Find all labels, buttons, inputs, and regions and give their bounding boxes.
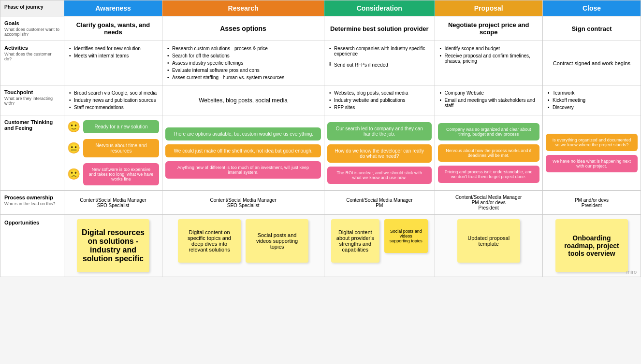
thinking-row-header: Customer Thinking and Feeing	[0, 115, 64, 191]
sticky-note: Social posts and videos supporting topic…	[384, 219, 428, 253]
goals-awareness: Clarify goals, wants, and needs	[64, 16, 162, 41]
list-item: Identifies need for new solution	[68, 45, 158, 52]
thinking-research-neutral: We could just make off the shelf work, n…	[165, 144, 321, 157]
sticky-note: Updated proposal template	[457, 219, 520, 263]
goals-subtitle: What does customer want to accomplish?	[4, 27, 60, 37]
opportunities-proposal: Updated proposal template	[435, 215, 542, 277]
thinking-awareness-happy: Ready for a new solution	[83, 120, 159, 133]
process-title: Process ownership	[4, 195, 60, 200]
phase-research-label: Research	[228, 4, 259, 12]
thinking-consideration-sad: The ROI is unclear, and we should stick …	[327, 167, 431, 184]
goals-proposal: Negotiate project price and scope	[435, 16, 542, 41]
thinking-consideration: Our search led to company and they can h…	[324, 115, 435, 191]
sticky-note: Onboarding roadmap, project tools overvi…	[555, 219, 628, 272]
thinking-research-sad: Anything new of different is too much of…	[165, 161, 321, 179]
bubble-text: Nervous about how the process works and …	[446, 148, 531, 158]
list-item: RFP sites	[328, 104, 430, 111]
phase-label: Phase of journey	[4, 4, 44, 10]
activities-awareness: Identifies need for new solution Meets w…	[64, 41, 162, 85]
activities-row-header: Activities What does the customer do?	[0, 41, 64, 85]
bubble-text: Anything new of different is too much of…	[177, 165, 309, 175]
activities-research: Research custom solutions - process & pr…	[162, 41, 324, 85]
goals-consideration-text: Determine best solution provider	[330, 25, 429, 32]
thinking-consideration-happy: Our search led to company and they can h…	[327, 122, 431, 140]
sad-emoji: 🙁	[67, 168, 80, 181]
phase-consideration: Consideration	[324, 0, 435, 16]
touchpoint-awareness-list: Broad search via Google, social media In…	[68, 89, 158, 111]
goals-row-header: Goals What does customer want to accompl…	[0, 16, 64, 41]
touchpoint-row-header: Touchpoint What are they interacting wit…	[0, 85, 64, 115]
sticky-note: Digital resources on solutions - industr…	[77, 219, 149, 272]
activities-consideration: Research companies with industry specifi…	[324, 41, 435, 85]
thinking-awareness: 🙂 Ready for a new solution 😐 Nervous abo…	[64, 115, 162, 191]
touchpoint-close-list: Teamwork Kickoff meeting Discovery	[547, 89, 637, 111]
list-item: Research custom solutions - process & pr…	[166, 45, 320, 52]
list-item: Kickoff meeting	[547, 97, 637, 104]
goals-research: Asses options	[162, 16, 324, 41]
miro-watermark: miro	[626, 269, 637, 275]
thinking-awareness-neutral: Nervous about time and resources	[83, 139, 159, 157]
list-item: Discovery	[547, 104, 637, 111]
list-item: Company Website	[439, 89, 539, 97]
phase-proposal-label: Proposal	[474, 4, 503, 12]
touchpoint-consideration-list: Websites, blog posts, social media Indus…	[328, 89, 430, 111]
thinking-title: Customer Thinking and Feeing	[4, 119, 60, 131]
stickies-research: Digital content on specific topics and d…	[165, 218, 321, 264]
bubble-text: Ready for a new solution	[94, 124, 147, 129]
stickies-close: Onboarding roadmap, project tools overvi…	[546, 218, 638, 274]
activities-close: Contract signed and work begins	[542, 41, 641, 85]
list-item: Email and meetings with stakeholders and…	[439, 97, 539, 109]
touchpoint-proposal-list: Company Website Email and meetings with …	[439, 89, 539, 109]
activities-close-text: Contract signed and work begins	[553, 60, 630, 66]
sticky-note: Digital content on specific topics and d…	[178, 219, 241, 263]
stickies-consideration: Digital content about provider's strengt…	[327, 218, 431, 264]
list-item: Research companies with industry specifi…	[328, 45, 430, 57]
sticky-note: Digital content about provider's strengt…	[331, 219, 379, 263]
goals-proposal-text: Negotiate project price and scope	[448, 21, 529, 36]
phase-consideration-label: Consideration	[357, 4, 402, 12]
touchpoint-research-text: Websites, blog posts, social media	[199, 97, 288, 104]
bubble-text: We have no idea what is happening next w…	[553, 159, 631, 168]
phase-proposal: Proposal	[435, 0, 542, 16]
opportunities-research: Digital content on specific topics and d…	[162, 215, 324, 277]
sticky-note: Social posts and videos supporting topic…	[246, 219, 308, 263]
touchpoint-awareness: Broad search via Google, social media In…	[64, 85, 162, 115]
list-item: Industry news and publication sources	[68, 97, 158, 104]
list-item: Assess industry specific offerings	[166, 59, 320, 67]
list-item: Search for off the solutions	[166, 52, 320, 59]
process-consideration: Content/Social Media ManagerPM	[324, 191, 435, 215]
thinking-proposal-sad: Pricing and process isn't understandable…	[438, 166, 539, 183]
list-item: Websites, blog posts, social media	[328, 89, 430, 97]
bubble-text: There are options available, but custom …	[173, 131, 313, 137]
bubble-text: How do we know the developer can really …	[335, 148, 424, 159]
bubble-text: Is everything organized and documented s…	[553, 138, 631, 147]
goals-consideration: Determine best solution provider	[324, 16, 435, 41]
stickies-proposal: Updated proposal template	[438, 218, 539, 264]
bubble-text: Nervous about time and resources	[95, 143, 146, 154]
activities-proposal-list: Identify scope and budget Receive propos…	[439, 45, 539, 65]
opportunities-close: Onboarding roadmap, project tools overvi…	[542, 215, 641, 277]
list-item: Evaluate internal software pros and cons	[166, 67, 320, 74]
thinking-research-happy: There are options available, but custom …	[165, 127, 321, 140]
list-item: Send out RFPs if needed	[328, 61, 430, 69]
touchpoint-research: Websites, blog posts, social media	[162, 85, 324, 115]
list-item: Teamwork	[547, 89, 637, 97]
activities-title: Activities	[4, 45, 60, 51]
thinking-research: There are options available, but custom …	[162, 115, 324, 191]
goals-title: Goals	[4, 20, 60, 26]
phase-awareness-label: Awareness	[95, 4, 131, 12]
thinking-proposal: Company was so organized and clear about…	[435, 115, 542, 191]
phase-awareness: Awareness	[64, 0, 162, 16]
neutral-emoji: 😐	[67, 142, 80, 154]
phase-close-label: Close	[583, 4, 601, 12]
process-row-header: Process ownership Who is in the lead on …	[0, 191, 64, 215]
thinking-awareness-sad: New software is too expensive and takes …	[83, 163, 159, 185]
touchpoint-subtitle: What are they interacting with?	[4, 96, 60, 106]
thinking-proposal-neutral: Nervous about how the process works and …	[438, 144, 539, 162]
bubble-text: Company was so organized and clear about…	[446, 127, 531, 137]
thinking-consideration-neutral: How do we know the developer can really …	[327, 144, 431, 163]
list-item: Asses current staffing - human vs. syste…	[166, 74, 320, 81]
goals-research-text: Asses options	[220, 25, 266, 32]
phase-close: Close	[542, 0, 641, 16]
phase-research: Research	[162, 0, 324, 16]
